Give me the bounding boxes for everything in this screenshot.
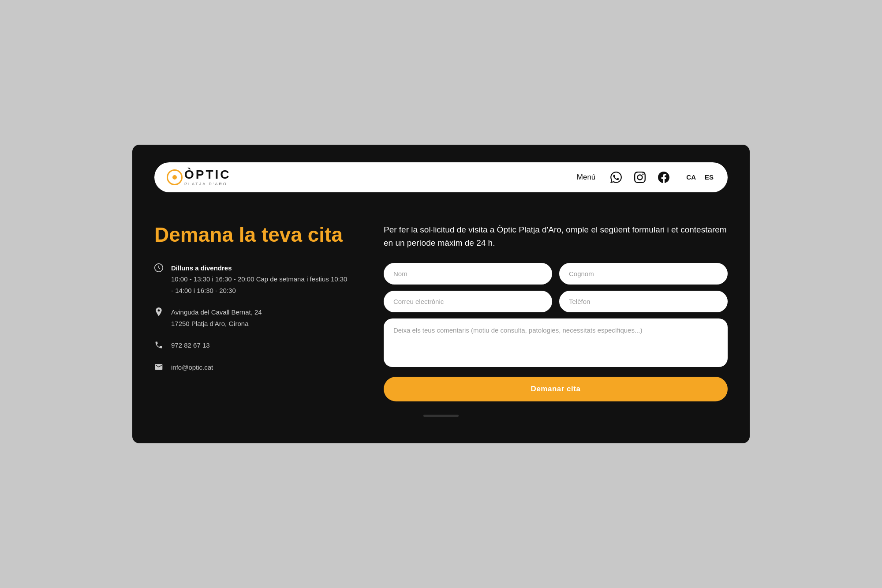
- right-column: Per fer la sol·licitud de visita a Òptic…: [384, 223, 728, 402]
- nom-input[interactable]: [384, 263, 552, 285]
- hours-block: Dilluns a divendres 10:00 - 13:30 i 16:3…: [154, 262, 348, 296]
- main-content: Demana la teva cita Dilluns a divendres …: [154, 223, 728, 402]
- logo-text-wrap: ÒPTIC PLATJA D'ARO: [184, 169, 231, 186]
- lang-es-button[interactable]: ES: [703, 172, 715, 182]
- logo-dot: [172, 175, 177, 180]
- address-text: Avinguda del Cavall Bernat, 24 17250 Pla…: [171, 307, 262, 329]
- left-column: Demana la teva cita Dilluns a divendres …: [154, 223, 348, 384]
- browser-window: ÒPTIC PLATJA D'ARO Menú: [132, 145, 750, 444]
- email-block: info@optic.cat: [154, 362, 348, 373]
- appointment-form: Demanar cita: [384, 263, 728, 401]
- email-input[interactable]: [384, 291, 552, 312]
- hours-weekday-label: Dilluns a divendres: [171, 262, 348, 274]
- address-line2: 17250 Platja d'Aro, Girona: [171, 320, 248, 327]
- logo-main-text: ÒPTIC: [184, 169, 231, 181]
- email-icon: [154, 363, 163, 373]
- phone-number: 972 82 67 13: [171, 341, 210, 349]
- clock-icon: [154, 263, 163, 274]
- scrollbar-hint: [423, 415, 459, 417]
- lang-ca-button[interactable]: CA: [684, 172, 698, 182]
- hours-text: Dilluns a divendres 10:00 - 13:30 i 16:3…: [171, 262, 348, 296]
- logo[interactable]: ÒPTIC PLATJA D'ARO: [167, 169, 231, 186]
- email-text: info@optic.cat: [171, 362, 213, 373]
- cognom-input[interactable]: [559, 263, 728, 285]
- email-address: info@optic.cat: [171, 363, 213, 371]
- form-row-contact: [384, 291, 728, 312]
- submit-button[interactable]: Demanar cita: [384, 377, 728, 401]
- nav-right: Menú: [577, 169, 715, 186]
- page-title: Demana la teva cita: [154, 223, 348, 247]
- form-row-name: [384, 263, 728, 285]
- whatsapp-icon[interactable]: [608, 169, 624, 186]
- hours-weekday-time: 10:00 - 13:30 i 16:30 - 20:00: [171, 275, 254, 283]
- comments-textarea[interactable]: [384, 318, 728, 367]
- logo-sub-text: PLATJA D'ARO: [184, 182, 231, 186]
- nav-lang: CA ES: [684, 172, 715, 182]
- telefon-input[interactable]: [559, 291, 728, 312]
- hours-weekend-label: Cap de setmana i festius: [256, 275, 329, 283]
- nav-icons: [608, 169, 672, 186]
- form-description: Per fer la sol·licitud de visita a Òptic…: [384, 223, 728, 250]
- address-line1: Avinguda del Cavall Bernat, 24: [171, 308, 262, 316]
- phone-text: 972 82 67 13: [171, 340, 210, 351]
- facebook-icon[interactable]: [655, 169, 672, 186]
- map-pin-icon: [154, 307, 163, 318]
- instagram-icon[interactable]: [632, 169, 648, 186]
- phone-block: 972 82 67 13: [154, 340, 348, 351]
- address-block: Avinguda del Cavall Bernat, 24 17250 Pla…: [154, 307, 348, 329]
- logo-icon: [167, 169, 183, 185]
- navbar: ÒPTIC PLATJA D'ARO Menú: [154, 162, 728, 192]
- menu-label[interactable]: Menú: [577, 173, 596, 182]
- phone-icon: [154, 341, 163, 351]
